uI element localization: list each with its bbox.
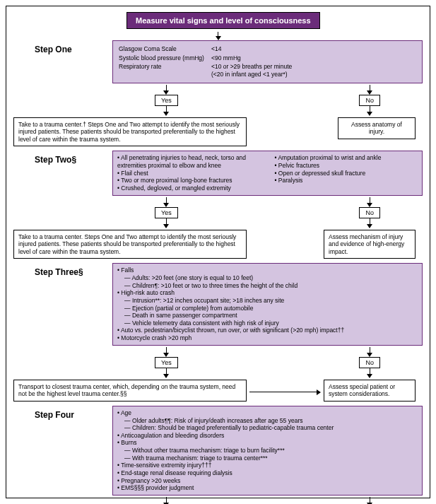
- step-one-label: Step One: [13, 40, 112, 54]
- step-four-criteria: AgeOlder adults¶¶: Risk of injury/death …: [112, 406, 423, 496]
- step-two-branch: Yes No: [112, 197, 423, 228]
- header-box: Measure vital signs and level of conscio…: [126, 12, 320, 29]
- no-box: No: [359, 357, 380, 368]
- step-three-branch: Yes No: [112, 347, 423, 378]
- flowchart-container: Measure vital signs and level of conscio…: [6, 6, 430, 498]
- step-one-branch: Yes No: [112, 85, 423, 116]
- no-box: No: [359, 207, 380, 218]
- step-two-label: Step Two§: [13, 151, 112, 165]
- step-four-branch: Yes No: [112, 497, 423, 504]
- yes-box: Yes: [155, 207, 178, 218]
- step-three-no-action: Assess special patient or system conside…: [324, 380, 416, 402]
- no-box: No: [359, 95, 380, 106]
- yes-box: Yes: [155, 95, 178, 106]
- horizontal-arrow: [247, 389, 324, 395]
- step-two-yes-action: Take to a trauma center. Steps One and T…: [13, 230, 247, 259]
- step-three-yes-action: Transport to closest trauma center, whic…: [13, 380, 247, 402]
- step-two-criteria: All penetrating injuries to head, neck, …: [112, 151, 423, 195]
- step-one-no-action: Assess anatomy of injury.: [338, 117, 416, 139]
- step-one-yes-action: Take to a trauma center.† Steps One and …: [13, 117, 247, 147]
- step-one-criteria: Glasgow Coma Scale<14Systolic blood pres…: [112, 40, 423, 83]
- step-four-label: Step Four: [13, 406, 112, 420]
- yes-box: Yes: [155, 357, 178, 368]
- step-three-criteria: FallsAdults: >20 feet (one story is equa…: [112, 263, 423, 345]
- step-two-no-action: Assess mechanism of injury and evidence …: [324, 230, 416, 259]
- step-three-label: Step Three§: [13, 263, 112, 277]
